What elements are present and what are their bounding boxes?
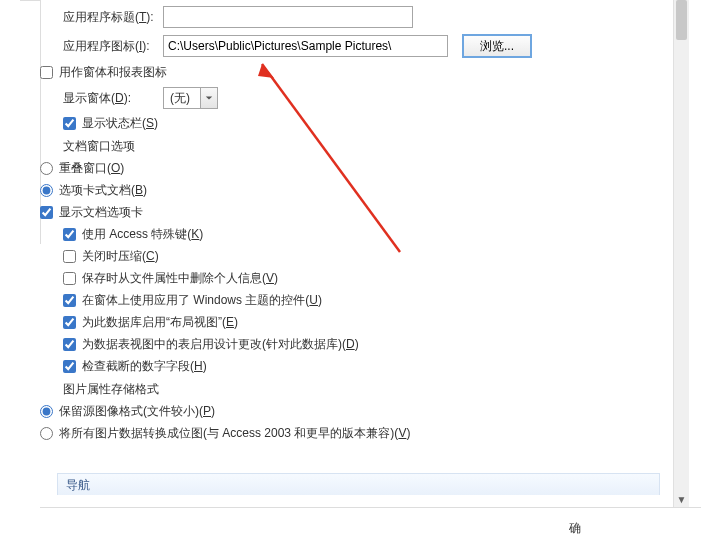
navigation-section-header: 导航 [57,473,660,495]
app-title-input[interactable] [163,6,413,28]
doc-window-header: 文档窗口选项 [63,138,674,155]
pic-preserve-label: 保留源图像格式(文件较小)(P) [59,403,215,420]
pic-preserve-radio[interactable]: 保留源图像格式(文件较小)(P) [40,403,674,420]
pic-convert-radio[interactable]: 将所有图片数据转换成位图(与 Access 2003 和更早的版本兼容)(V) [40,425,674,442]
trunc-num-label: 检查截断的数字字段(H) [82,358,207,375]
status-bar-checkbox[interactable]: 显示状态栏(S) [63,115,674,132]
layout-view-box[interactable] [63,316,76,329]
status-bar-label: 显示状态栏(S) [82,115,158,132]
use-as-form-icon-box[interactable] [40,66,53,79]
remove-pi-label: 保存时从文件属性中删除个人信息(V) [82,270,278,287]
access-keys-checkbox[interactable]: 使用 Access 特殊键(K) [63,226,674,243]
pic-convert-label: 将所有图片数据转换成位图(与 Access 2003 和更早的版本兼容)(V) [59,425,410,442]
picture-format-header: 图片属性存储格式 [63,381,674,398]
show-form-value: (无) [164,90,200,107]
show-doc-tabs-checkbox[interactable]: 显示文档选项卡 [40,204,674,221]
scroll-down-icon[interactable]: ▼ [674,492,689,508]
themed-controls-checkbox[interactable]: 在窗体上使用应用了 Windows 主题的控件(U) [63,292,674,309]
tabbed-doc-radio[interactable]: 选项卡式文档(B) [40,182,674,199]
design-changes-checkbox[interactable]: 为数据表视图中的表启用设计更改(针对此数据库)(D) [63,336,674,353]
design-changes-label: 为数据表视图中的表启用设计更改(针对此数据库)(D) [82,336,359,353]
tabbed-doc-label: 选项卡式文档(B) [59,182,147,199]
show-doc-tabs-label: 显示文档选项卡 [59,204,143,221]
pic-preserve-input[interactable] [40,405,53,418]
status-bar-box[interactable] [63,117,76,130]
compact-close-box[interactable] [63,250,76,263]
app-icon-input[interactable] [163,35,448,57]
access-keys-label: 使用 Access 特殊键(K) [82,226,203,243]
vertical-scrollbar[interactable]: ▼ [673,0,689,508]
layout-view-label: 为此数据库启用“布局视图”(E) [82,314,238,331]
show-form-row: 显示窗体(D): (无) [63,87,674,109]
app-icon-label: 应用程序图标(I): [63,38,163,55]
pic-convert-input[interactable] [40,427,53,440]
compact-close-checkbox[interactable]: 关闭时压缩(C) [63,248,674,265]
show-form-label: 显示窗体(D): [63,90,163,107]
overlap-windows-input[interactable] [40,162,53,175]
show-doc-tabs-box[interactable] [40,206,53,219]
browse-button[interactable]: 浏览... [462,34,532,58]
trunc-num-box[interactable] [63,360,76,373]
themed-controls-label: 在窗体上使用应用了 Windows 主题的控件(U) [82,292,322,309]
app-title-label: 应用程序标题(T): [63,9,163,26]
overlap-windows-radio[interactable]: 重叠窗口(O) [40,160,674,177]
trunc-num-checkbox[interactable]: 检查截断的数字字段(H) [63,358,674,375]
dropdown-arrow-icon[interactable] [200,88,217,108]
app-title-row: 应用程序标题(T): [63,6,674,28]
ok-button-partial[interactable]: 确 [569,520,593,540]
remove-pi-box[interactable] [63,272,76,285]
scroll-thumb[interactable] [676,0,687,40]
app-icon-row: 应用程序图标(I): 浏览... [63,34,674,58]
use-as-form-icon-label: 用作窗体和报表图标 [59,64,167,81]
remove-pi-checkbox[interactable]: 保存时从文件属性中删除个人信息(V) [63,270,674,287]
layout-view-checkbox[interactable]: 为此数据库启用“布局视图”(E) [63,314,674,331]
overlap-windows-label: 重叠窗口(O) [59,160,124,177]
design-changes-box[interactable] [63,338,76,351]
show-form-select[interactable]: (无) [163,87,218,109]
compact-close-label: 关闭时压缩(C) [82,248,159,265]
themed-controls-box[interactable] [63,294,76,307]
tabbed-doc-input[interactable] [40,184,53,197]
use-as-form-icon-checkbox[interactable]: 用作窗体和报表图标 [40,64,674,81]
access-keys-box[interactable] [63,228,76,241]
